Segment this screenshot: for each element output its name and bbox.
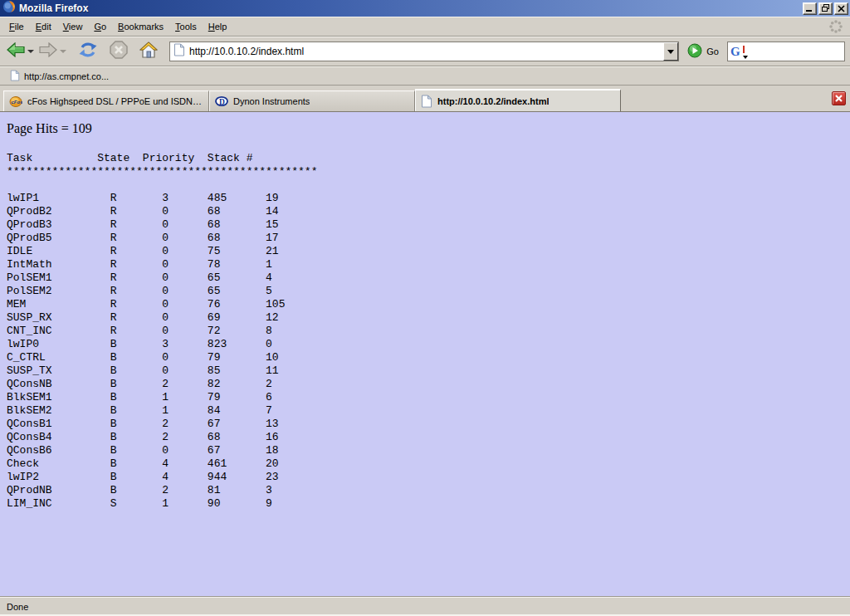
tab-label: Dynon Instruments	[233, 96, 310, 106]
page-icon	[173, 43, 185, 60]
reload-button[interactable]	[76, 39, 100, 64]
reload-icon	[78, 41, 98, 62]
stop-button	[108, 39, 129, 64]
menu-bookmarks[interactable]: Bookmarks	[112, 19, 169, 34]
close-button[interactable]	[834, 2, 848, 15]
tab-1[interactable]: cFoscFos Highspeed DSL / PPPoE und ISDN …	[3, 90, 209, 111]
back-button[interactable]	[5, 39, 36, 64]
navigation-toolbar: Go G	[0, 37, 850, 66]
tab-bar: cFoscFos Highspeed DSL / PPPoE und ISDN …	[0, 86, 850, 112]
bookmark-item[interactable]: http://as.cmpnet.co...	[5, 68, 114, 85]
go-icon	[687, 43, 702, 60]
url-dropdown-button[interactable]	[663, 42, 678, 61]
forward-button[interactable]	[37, 39, 68, 64]
menu-file[interactable]: File	[3, 19, 30, 34]
menu-bar: FileEditViewGoBookmarksToolsHelp	[0, 17, 850, 37]
restore-button[interactable]	[818, 2, 833, 15]
search-engine-caret-icon	[743, 56, 748, 59]
firefox-icon	[2, 0, 16, 17]
tab-label: http://10.0.10.2/index.html	[437, 96, 549, 106]
tab-2[interactable]: DDynon Instruments	[209, 90, 415, 111]
search-input[interactable]	[747, 46, 844, 57]
page-icon	[421, 95, 432, 108]
browser-window: Mozilla Firefox FileEditViewGoBookmarksT…	[0, 0, 850, 616]
window-title: Mozilla Firefox	[19, 2, 803, 14]
status-bar: Done	[0, 596, 850, 616]
home-icon	[139, 42, 158, 61]
home-button[interactable]	[138, 39, 159, 64]
stop-icon	[110, 41, 128, 62]
svg-text:D: D	[219, 98, 225, 106]
tab-label: cFos Highspeed DSL / PPPoE und ISDN CAP.…	[27, 96, 203, 106]
page-hits: Page Hits = 109	[7, 120, 850, 136]
go-button[interactable]: Go	[686, 43, 724, 60]
menu-go[interactable]: Go	[88, 19, 112, 34]
back-dropdown-icon[interactable]	[27, 50, 34, 53]
title-bar: Mozilla Firefox	[0, 0, 850, 17]
page-content: Page Hits = 109 Task State Priority Stac…	[0, 112, 850, 596]
url-input[interactable]	[189, 46, 663, 57]
menu-tools[interactable]: Tools	[169, 19, 203, 34]
menu-edit[interactable]: Edit	[30, 19, 57, 34]
page-icon	[10, 70, 20, 83]
svg-text:cFos: cFos	[12, 100, 23, 105]
menu-help[interactable]: Help	[203, 19, 233, 34]
back-icon	[7, 42, 25, 61]
google-icon[interactable]: G	[730, 44, 747, 59]
cfos-icon: cFos	[9, 95, 22, 108]
throbber-icon	[828, 19, 843, 34]
task-table: Task State Priority Stack # ************…	[7, 152, 850, 511]
address-bar[interactable]	[169, 42, 679, 61]
chevron-down-icon	[667, 50, 674, 54]
bookmark-label: http://as.cmpnet.co...	[24, 71, 109, 81]
search-box[interactable]: G	[727, 42, 845, 61]
forward-dropdown-icon	[60, 50, 66, 53]
tab-3-active[interactable]: http://10.0.10.2/index.html	[415, 89, 621, 111]
bookmarks-toolbar: http://as.cmpnet.co...	[0, 66, 850, 86]
menu-view[interactable]: View	[57, 19, 89, 34]
minimize-button[interactable]	[803, 2, 817, 15]
forward-icon	[39, 42, 57, 61]
go-label: Go	[706, 46, 719, 56]
tab-close-button[interactable]	[832, 91, 846, 105]
dynon-icon: D	[215, 95, 228, 108]
status-text: Done	[7, 602, 28, 612]
